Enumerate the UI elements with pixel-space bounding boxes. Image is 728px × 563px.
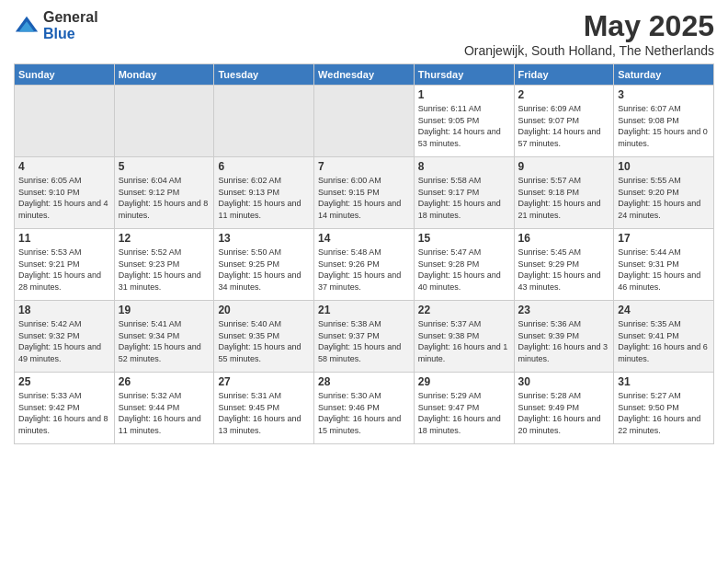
sun-info: Sunrise: 5:41 AMSunset: 9:34 PMDaylight:… xyxy=(119,318,210,364)
table-row: 15Sunrise: 5:47 AMSunset: 9:28 PMDayligh… xyxy=(414,229,514,301)
day-number: 24 xyxy=(618,304,710,316)
table-row: 12Sunrise: 5:52 AMSunset: 9:23 PMDayligh… xyxy=(114,229,214,301)
table-row: 11Sunrise: 5:53 AMSunset: 9:21 PMDayligh… xyxy=(15,229,115,301)
sun-info: Sunrise: 5:38 AMSunset: 9:37 PMDaylight:… xyxy=(318,318,410,364)
table-row: 5Sunrise: 6:04 AMSunset: 9:12 PMDaylight… xyxy=(114,157,214,229)
sun-info: Sunrise: 6:07 AMSunset: 9:08 PMDaylight:… xyxy=(618,103,710,149)
table-row: 21Sunrise: 5:38 AMSunset: 9:37 PMDayligh… xyxy=(314,301,415,373)
day-number: 14 xyxy=(318,232,410,245)
sun-info: Sunrise: 5:57 AMSunset: 9:18 PMDaylight:… xyxy=(518,175,610,221)
table-row: 20Sunrise: 5:40 AMSunset: 9:35 PMDayligh… xyxy=(214,301,314,373)
header-wednesday: Wednesday xyxy=(314,64,415,86)
day-number: 19 xyxy=(119,304,210,316)
sun-info: Sunrise: 5:37 AMSunset: 9:38 PMDaylight:… xyxy=(418,318,510,364)
sun-info: Sunrise: 6:04 AMSunset: 9:12 PMDaylight:… xyxy=(119,175,210,221)
table-row: 10Sunrise: 5:55 AMSunset: 9:20 PMDayligh… xyxy=(614,157,714,229)
header: General Blue May 2025 Oranjewijk, South … xyxy=(14,9,714,58)
table-row: 6Sunrise: 6:02 AMSunset: 9:13 PMDaylight… xyxy=(214,157,314,229)
table-row xyxy=(214,86,314,157)
calendar-week-row: 11Sunrise: 5:53 AMSunset: 9:21 PMDayligh… xyxy=(15,229,714,301)
table-row xyxy=(114,86,214,157)
day-number: 2 xyxy=(518,88,610,101)
table-row: 31Sunrise: 5:27 AMSunset: 9:50 PMDayligh… xyxy=(614,373,714,444)
sun-info: Sunrise: 5:50 AMSunset: 9:25 PMDaylight:… xyxy=(218,247,310,293)
table-row: 16Sunrise: 5:45 AMSunset: 9:29 PMDayligh… xyxy=(514,229,614,301)
sun-info: Sunrise: 5:40 AMSunset: 9:35 PMDaylight:… xyxy=(218,318,310,364)
table-row: 24Sunrise: 5:35 AMSunset: 9:41 PMDayligh… xyxy=(614,301,714,373)
title-block: May 2025 Oranjewijk, South Holland, The … xyxy=(464,9,714,58)
calendar-week-row: 1Sunrise: 6:11 AMSunset: 9:05 PMDaylight… xyxy=(15,86,714,157)
month-title: May 2025 xyxy=(464,9,714,43)
day-number: 1 xyxy=(418,88,510,101)
table-row: 8Sunrise: 5:58 AMSunset: 9:17 PMDaylight… xyxy=(414,157,514,229)
sun-info: Sunrise: 5:32 AMSunset: 9:44 PMDaylight:… xyxy=(119,390,210,436)
day-number: 6 xyxy=(218,160,310,173)
header-friday: Friday xyxy=(514,64,614,86)
day-number: 28 xyxy=(318,375,410,388)
table-row: 25Sunrise: 5:33 AMSunset: 9:42 PMDayligh… xyxy=(15,373,115,444)
day-number: 27 xyxy=(218,375,310,388)
sun-info: Sunrise: 5:44 AMSunset: 9:31 PMDaylight:… xyxy=(618,247,710,293)
sun-info: Sunrise: 6:02 AMSunset: 9:13 PMDaylight:… xyxy=(218,175,310,221)
day-number: 11 xyxy=(18,232,110,245)
day-number: 8 xyxy=(418,160,510,173)
table-row xyxy=(15,86,115,157)
sun-info: Sunrise: 5:47 AMSunset: 9:28 PMDaylight:… xyxy=(418,247,510,293)
location-subtitle: Oranjewijk, South Holland, The Netherlan… xyxy=(464,43,714,58)
day-number: 3 xyxy=(618,88,710,101)
day-number: 4 xyxy=(18,160,110,173)
sun-info: Sunrise: 6:00 AMSunset: 9:15 PMDaylight:… xyxy=(318,175,410,221)
day-number: 9 xyxy=(518,160,610,173)
sun-info: Sunrise: 5:58 AMSunset: 9:17 PMDaylight:… xyxy=(418,175,510,221)
logo-blue-text: Blue xyxy=(43,26,98,42)
table-row: 4Sunrise: 6:05 AMSunset: 9:10 PMDaylight… xyxy=(15,157,115,229)
sun-info: Sunrise: 5:35 AMSunset: 9:41 PMDaylight:… xyxy=(618,318,710,364)
day-number: 23 xyxy=(518,304,610,316)
table-row: 17Sunrise: 5:44 AMSunset: 9:31 PMDayligh… xyxy=(614,229,714,301)
table-row: 7Sunrise: 6:00 AMSunset: 9:15 PMDaylight… xyxy=(314,157,415,229)
logo-general-text: General xyxy=(43,9,98,26)
calendar-header-row: Sunday Monday Tuesday Wednesday Thursday… xyxy=(15,64,714,86)
day-number: 26 xyxy=(119,375,210,388)
logo-icon xyxy=(14,13,40,39)
sun-info: Sunrise: 5:31 AMSunset: 9:45 PMDaylight:… xyxy=(218,390,310,436)
day-number: 12 xyxy=(119,232,210,245)
day-number: 18 xyxy=(18,304,110,316)
sun-info: Sunrise: 5:45 AMSunset: 9:29 PMDaylight:… xyxy=(518,247,610,293)
day-number: 7 xyxy=(318,160,410,173)
table-row xyxy=(314,86,415,157)
table-row: 28Sunrise: 5:30 AMSunset: 9:46 PMDayligh… xyxy=(314,373,415,444)
table-row: 3Sunrise: 6:07 AMSunset: 9:08 PMDaylight… xyxy=(614,86,714,157)
table-row: 29Sunrise: 5:29 AMSunset: 9:47 PMDayligh… xyxy=(414,373,514,444)
sun-info: Sunrise: 5:27 AMSunset: 9:50 PMDaylight:… xyxy=(618,390,710,436)
calendar-page: General Blue May 2025 Oranjewijk, South … xyxy=(0,0,728,563)
table-row: 9Sunrise: 5:57 AMSunset: 9:18 PMDaylight… xyxy=(514,157,614,229)
table-row: 18Sunrise: 5:42 AMSunset: 9:32 PMDayligh… xyxy=(15,301,115,373)
day-number: 10 xyxy=(618,160,710,173)
sun-info: Sunrise: 5:48 AMSunset: 9:26 PMDaylight:… xyxy=(318,247,410,293)
sun-info: Sunrise: 5:33 AMSunset: 9:42 PMDaylight:… xyxy=(18,390,110,436)
sun-info: Sunrise: 6:05 AMSunset: 9:10 PMDaylight:… xyxy=(18,175,110,221)
table-row: 19Sunrise: 5:41 AMSunset: 9:34 PMDayligh… xyxy=(114,301,214,373)
table-row: 30Sunrise: 5:28 AMSunset: 9:49 PMDayligh… xyxy=(514,373,614,444)
sun-info: Sunrise: 6:11 AMSunset: 9:05 PMDaylight:… xyxy=(418,103,510,149)
header-thursday: Thursday xyxy=(414,64,514,86)
table-row: 22Sunrise: 5:37 AMSunset: 9:38 PMDayligh… xyxy=(414,301,514,373)
calendar-week-row: 25Sunrise: 5:33 AMSunset: 9:42 PMDayligh… xyxy=(15,373,714,444)
sun-info: Sunrise: 5:53 AMSunset: 9:21 PMDaylight:… xyxy=(18,247,110,293)
logo-text: General Blue xyxy=(43,9,98,41)
sun-info: Sunrise: 6:09 AMSunset: 9:07 PMDaylight:… xyxy=(518,103,610,149)
header-monday: Monday xyxy=(114,64,214,86)
table-row: 26Sunrise: 5:32 AMSunset: 9:44 PMDayligh… xyxy=(114,373,214,444)
table-row: 27Sunrise: 5:31 AMSunset: 9:45 PMDayligh… xyxy=(214,373,314,444)
day-number: 22 xyxy=(418,304,510,316)
table-row: 2Sunrise: 6:09 AMSunset: 9:07 PMDaylight… xyxy=(514,86,614,157)
day-number: 16 xyxy=(518,232,610,245)
header-sunday: Sunday xyxy=(15,64,115,86)
header-tuesday: Tuesday xyxy=(214,64,314,86)
logo: General Blue xyxy=(14,9,98,41)
day-number: 29 xyxy=(418,375,510,388)
day-number: 13 xyxy=(218,232,310,245)
sun-info: Sunrise: 5:55 AMSunset: 9:20 PMDaylight:… xyxy=(618,175,710,221)
table-row: 1Sunrise: 6:11 AMSunset: 9:05 PMDaylight… xyxy=(414,86,514,157)
